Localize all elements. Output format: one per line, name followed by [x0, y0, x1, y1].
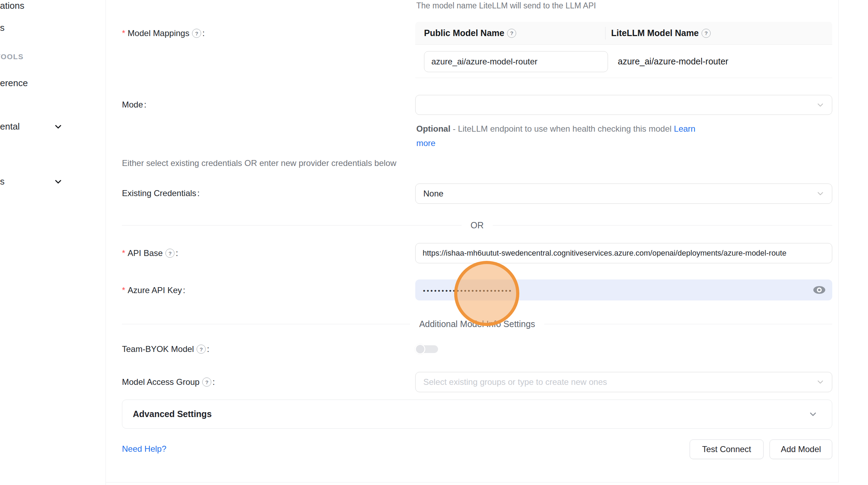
mode-select[interactable] — [415, 95, 832, 115]
api-base-input[interactable]: https://ishaa-mh6uutut-swedencentral.cog… — [415, 243, 832, 263]
additional-settings-divider: Additional Model Info Settings — [122, 319, 832, 329]
sidebar-item-label: ental — [0, 121, 20, 132]
help-icon[interactable]: ? — [197, 345, 206, 354]
litellm-model-name-header: LiteLLM Model Name ? — [606, 28, 711, 38]
or-divider: OR — [122, 220, 832, 230]
public-model-name-header: Public Model Name ? — [415, 28, 605, 38]
advanced-settings-header[interactable]: Advanced Settings — [122, 400, 832, 429]
help-icon[interactable]: ? — [165, 249, 175, 258]
azure-api-key-input[interactable]: •••••••••••••••••••••••• — [415, 279, 832, 300]
sidebar-item-truncated-4[interactable]: ental — [0, 121, 20, 132]
sidebar-item-truncated-3[interactable]: erence — [0, 77, 28, 89]
sidebar-section-label: TOOLS — [0, 53, 23, 61]
credentials-note: Either select existing credentials OR en… — [122, 158, 396, 168]
team-byok-label: Team-BYOK Model ? : — [122, 343, 209, 355]
azure-api-key-label: * Azure API Key : — [122, 284, 185, 296]
help-icon[interactable]: ? — [507, 29, 516, 38]
sidebar-item-label: erence — [0, 78, 28, 88]
add-model-button[interactable]: Add Model — [770, 439, 832, 459]
mode-label: Mode : — [122, 99, 146, 111]
chevron-down-icon — [816, 101, 825, 110]
required-marker: * — [122, 248, 125, 258]
public-model-name-input[interactable] — [424, 51, 608, 72]
sidebar-section-tools: TOOLS — [0, 53, 23, 61]
eye-icon[interactable] — [812, 284, 826, 296]
model-mappings-label: * Model Mappings ? : — [122, 27, 205, 39]
need-help-link[interactable]: Need Help? — [122, 444, 166, 454]
model-mappings-table: Public Model Name ? LiteLLM Model Name ?… — [415, 22, 832, 78]
litellm-model-name-value: azure_ai/azure-model-router — [618, 45, 728, 78]
toggle-knob — [415, 344, 425, 354]
api-base-label: * API Base ? : — [122, 247, 178, 259]
chevron-down-icon — [816, 377, 825, 387]
chevron-down-icon — [816, 189, 825, 198]
masked-password: •••••••••••••••••••••••• — [423, 285, 513, 295]
chevron-down-icon — [53, 177, 63, 187]
existing-credentials-label: Existing Credentials : — [122, 187, 200, 199]
sidebar-item-label: s — [0, 176, 5, 187]
sidebar: ations s TOOLS erence ental s — [0, 0, 106, 485]
test-connect-button[interactable]: Test Connect — [690, 439, 764, 459]
required-marker: * — [122, 28, 125, 38]
mode-hint: Optional - LiteLLM endpoint to use when … — [416, 122, 714, 150]
sidebar-item-truncated-1[interactable]: ations — [0, 0, 24, 11]
model-access-group-select[interactable]: Select existing groups or type to create… — [415, 372, 832, 392]
help-icon[interactable]: ? — [702, 29, 711, 38]
table-row: azure_ai/azure-model-router — [415, 45, 832, 78]
sidebar-item-label: ations — [0, 0, 24, 11]
existing-credentials-select[interactable]: None — [415, 183, 832, 204]
help-icon[interactable]: ? — [202, 377, 211, 387]
chevron-down-icon — [53, 122, 63, 132]
help-icon[interactable]: ? — [192, 29, 201, 38]
model-access-group-label: Model Access Group ? : — [122, 376, 215, 388]
chevron-down-icon — [808, 409, 818, 419]
model-name-hint: The model name LiteLLM will send to the … — [416, 1, 596, 11]
sidebar-item-label: s — [0, 22, 5, 33]
sidebar-item-truncated-5[interactable]: s — [0, 176, 5, 187]
table-header-row: Public Model Name ? LiteLLM Model Name ? — [415, 22, 832, 45]
sidebar-item-truncated-2[interactable]: s — [0, 22, 5, 33]
required-marker: * — [122, 285, 125, 295]
team-byok-toggle[interactable] — [415, 344, 438, 354]
